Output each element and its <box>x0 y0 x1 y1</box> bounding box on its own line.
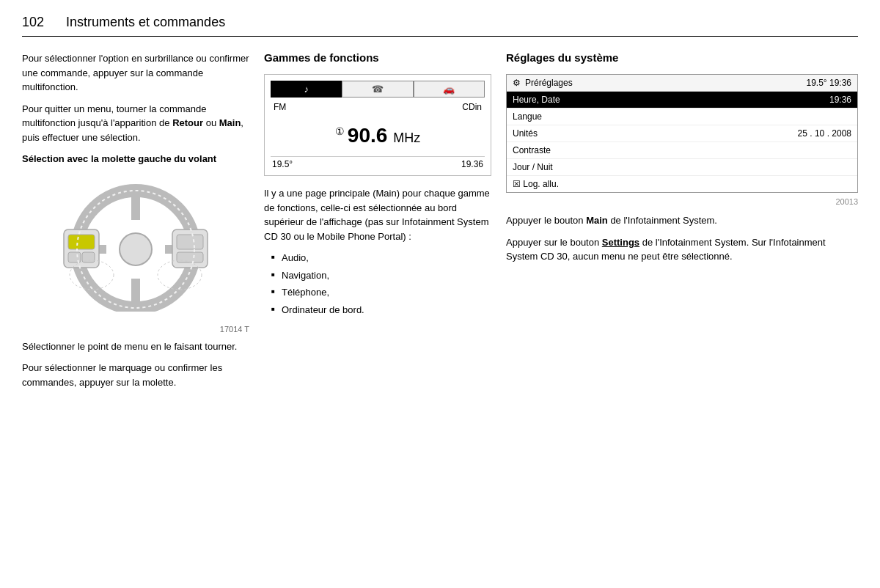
settings-row-log-label: ☒ Log. allu. <box>513 179 559 189</box>
radio-circle: ① <box>335 125 345 137</box>
right-para-2-pre: Appuyer sur le bouton <box>506 237 602 248</box>
settings-header-icon-label: ⚙ Préréglages <box>513 78 573 88</box>
svg-rect-12 <box>177 252 203 262</box>
left-para-4: Pour sélectionner le marquage ou confirm… <box>22 361 249 389</box>
settings-row-heure-value: 19:36 <box>829 95 851 105</box>
settings-display: ⚙ Préréglages 19.5° 19:36 Heure, Date 19… <box>506 74 858 193</box>
left-heading: Sélection avec la molette gauche du vola… <box>22 152 249 166</box>
settings-row-unites-label: Unités <box>513 128 538 139</box>
settings-row-langue-label: Langue <box>513 111 542 122</box>
radio-status-bar: 19.5° 19.36 <box>271 156 485 169</box>
bullet-ordinateur: Ordinateur de bord. <box>271 303 491 317</box>
right-para-1-pre: Appuyer le bouton <box>506 215 586 226</box>
left-column: Pour sélectionner l'option en surbrillan… <box>22 51 249 397</box>
left-para-2-mid: ou <box>203 117 219 128</box>
settings-header: ⚙ Préréglages 19.5° 19:36 <box>507 75 857 92</box>
right-para-1-bold: Main <box>586 215 608 226</box>
middle-column: Gammes de fonctions ♪ ☎ 🚗 FM CDin ①90.6 … <box>264 51 491 320</box>
radio-display: ♪ ☎ 🚗 FM CDin ①90.6 MHz 19.5° 19.36 <box>264 74 491 176</box>
radio-tabs: ♪ ☎ 🚗 <box>271 81 485 98</box>
settings-row-jour-nuit: Jour / Nuit <box>507 159 857 176</box>
settings-row-log: ☒ Log. allu. <box>507 176 857 192</box>
right-para-2: Appuyer sur le bouton Settings de l'Info… <box>506 235 858 264</box>
right-para-2-bold: Settings <box>602 237 639 248</box>
steering-wheel-svg <box>55 180 216 312</box>
settings-row-langue: Langue <box>507 109 857 125</box>
svg-rect-11 <box>177 235 203 249</box>
settings-preglages-label: Préréglages <box>525 78 573 88</box>
left-retour-bold: Retour <box>172 117 203 128</box>
bullet-telephone: Téléphone, <box>271 285 491 300</box>
settings-header-time: 19.5° 19:36 <box>806 78 851 88</box>
radio-fm-label: FM <box>274 102 286 112</box>
right-heading: Réglages du système <box>506 51 858 64</box>
radio-temp: 19.5° <box>272 159 293 169</box>
steering-wheel-label: 17014 T <box>22 325 249 334</box>
right-para-1: Appuyer le bouton Main de l'Infotainment… <box>506 213 858 228</box>
settings-row-unites: Unités 25 . 10 . 2008 <box>507 125 857 142</box>
left-para-1: Pour sélectionner l'option en surbrillan… <box>22 51 249 95</box>
radio-tab-phone: ☎ <box>342 81 413 98</box>
settings-row-heure-label: Heure, Date <box>513 95 560 105</box>
settings-row-jour-nuit-label: Jour / Nuit <box>513 162 553 172</box>
settings-row-contraste-label: Contraste <box>513 145 551 155</box>
middle-para-1: Il y a une page principale (Main) pour c… <box>264 186 491 243</box>
radio-time: 19.36 <box>461 159 483 169</box>
bullet-list: Audio, Navigation, Téléphone, Ordinateur… <box>271 251 491 317</box>
page-number: 102 <box>22 15 44 30</box>
bullet-audio: Audio, <box>271 251 491 265</box>
settings-row-heure: Heure, Date 19:36 <box>507 92 857 109</box>
settings-image-label: 20013 <box>506 197 858 206</box>
right-para-1-end: de l'Infotainment System. <box>608 215 717 226</box>
radio-frequency-display: ①90.6 MHz <box>271 118 485 153</box>
radio-source-labels: FM CDin <box>271 102 485 112</box>
settings-row-contraste: Contraste <box>507 142 857 159</box>
radio-tab-nav: 🚗 <box>414 81 485 98</box>
left-main-bold: Main <box>219 117 241 128</box>
svg-point-5 <box>120 233 152 265</box>
settings-row-unites-value: 25 . 10 . 2008 <box>798 128 851 139</box>
right-column: Réglages du système ⚙ Préréglages 19.5° … <box>506 51 858 271</box>
steering-wheel-image <box>22 172 249 319</box>
left-para-3: Sélectionner le point de menu en le fais… <box>22 339 249 354</box>
radio-cdin-label: CDin <box>462 102 482 112</box>
middle-heading: Gammes de fonctions <box>264 51 491 64</box>
radio-tab-audio: ♪ <box>271 81 342 98</box>
svg-rect-7 <box>68 235 95 249</box>
radio-unit: MHz <box>393 131 420 145</box>
bullet-navigation: Navigation, <box>271 268 491 283</box>
page-title: Instruments et commandes <box>66 15 225 30</box>
radio-freq-value: 90.6 <box>348 124 388 147</box>
left-para-2: Pour quitter un menu, tourner la command… <box>22 102 249 145</box>
settings-icon: ⚙ <box>513 78 521 88</box>
